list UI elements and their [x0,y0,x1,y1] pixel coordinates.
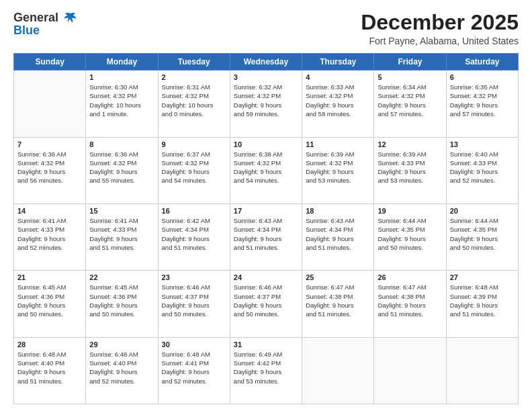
day-info: Sunrise: 6:43 AMSunset: 4:34 PMDaylight:… [306,216,370,252]
calendar-cell [14,71,86,137]
day-info: Sunrise: 6:46 AMSunset: 4:37 PMDaylight:… [234,283,298,318]
calendar-cell: 13Sunrise: 6:40 AMSunset: 4:33 PMDayligh… [446,137,518,203]
day-info: Sunrise: 6:36 AMSunset: 4:32 PMDaylight:… [17,150,82,185]
day-number: 6 [450,73,515,81]
day-number: 29 [89,340,154,349]
calendar-week-row: 21Sunrise: 6:45 AMSunset: 4:36 PMDayligh… [14,271,519,337]
day-info: Sunrise: 6:30 AMSunset: 4:32 PMDaylight:… [89,83,154,118]
calendar-header-monday: Monday [86,54,158,71]
calendar-header-friday: Friday [374,54,446,71]
day-number: 31 [234,340,298,349]
day-number: 17 [234,207,298,215]
day-number: 11 [306,140,370,148]
calendar-cell: 28Sunrise: 6:48 AMSunset: 4:40 PMDayligh… [14,337,86,404]
calendar-cell: 16Sunrise: 6:42 AMSunset: 4:34 PMDayligh… [158,203,230,270]
day-info: Sunrise: 6:35 AMSunset: 4:32 PMDaylight:… [450,83,515,118]
calendar-cell: 25Sunrise: 6:47 AMSunset: 4:38 PMDayligh… [302,271,374,337]
title-block: December 2025 Fort Payne, Alabama, Unite… [361,11,519,46]
day-info: Sunrise: 6:47 AMSunset: 4:38 PMDaylight:… [378,283,442,318]
day-info: Sunrise: 6:43 AMSunset: 4:34 PMDaylight:… [234,216,298,252]
calendar-week-row: 14Sunrise: 6:41 AMSunset: 4:33 PMDayligh… [14,203,519,270]
day-info: Sunrise: 6:37 AMSunset: 4:32 PMDaylight:… [162,150,226,185]
day-info: Sunrise: 6:39 AMSunset: 4:33 PMDaylight:… [378,150,442,185]
day-info: Sunrise: 6:48 AMSunset: 4:40 PMDaylight:… [17,350,82,385]
calendar-cell [302,337,374,404]
day-info: Sunrise: 6:42 AMSunset: 4:34 PMDaylight:… [162,216,226,252]
day-number: 20 [450,207,515,215]
day-info: Sunrise: 6:45 AMSunset: 4:36 PMDaylight:… [17,283,82,318]
calendar-header-thursday: Thursday [302,54,374,71]
calendar-cell: 10Sunrise: 6:38 AMSunset: 4:32 PMDayligh… [230,137,302,203]
calendar-cell: 7Sunrise: 6:36 AMSunset: 4:32 PMDaylight… [14,137,86,203]
calendar-cell [446,337,518,404]
calendar-table: SundayMondayTuesdayWednesdayThursdayFrid… [13,53,519,404]
calendar-cell: 29Sunrise: 6:48 AMSunset: 4:40 PMDayligh… [86,337,158,404]
logo-bird-icon [63,12,78,24]
logo: General Blue [13,11,78,38]
day-number: 8 [89,140,154,148]
calendar-header-tuesday: Tuesday [158,54,230,71]
day-info: Sunrise: 6:41 AMSunset: 4:33 PMDaylight:… [89,216,154,252]
day-number: 28 [17,340,82,349]
day-number: 5 [378,73,442,81]
calendar-cell: 17Sunrise: 6:43 AMSunset: 4:34 PMDayligh… [230,203,302,270]
day-info: Sunrise: 6:41 AMSunset: 4:33 PMDaylight:… [17,216,82,252]
subtitle: Fort Payne, Alabama, United States [361,36,519,46]
calendar-header-saturday: Saturday [446,54,518,71]
day-info: Sunrise: 6:36 AMSunset: 4:32 PMDaylight:… [89,150,154,185]
day-number: 23 [162,273,226,281]
day-info: Sunrise: 6:40 AMSunset: 4:33 PMDaylight:… [450,150,515,185]
calendar-cell: 5Sunrise: 6:34 AMSunset: 4:32 PMDaylight… [374,71,446,137]
day-info: Sunrise: 6:39 AMSunset: 4:32 PMDaylight:… [306,150,370,185]
day-number: 4 [306,73,370,81]
day-number: 19 [378,207,442,215]
calendar-week-row: 7Sunrise: 6:36 AMSunset: 4:32 PMDaylight… [14,137,519,203]
day-info: Sunrise: 6:31 AMSunset: 4:32 PMDaylight:… [162,83,226,118]
calendar-cell: 21Sunrise: 6:45 AMSunset: 4:36 PMDayligh… [14,271,86,337]
calendar-week-row: 28Sunrise: 6:48 AMSunset: 4:40 PMDayligh… [14,337,519,404]
day-number: 13 [450,140,515,148]
day-number: 26 [378,273,442,281]
calendar-cell: 8Sunrise: 6:36 AMSunset: 4:32 PMDaylight… [86,137,158,203]
page: General Blue December 2025 Fort Payne, A… [0,0,532,411]
calendar-cell: 15Sunrise: 6:41 AMSunset: 4:33 PMDayligh… [86,203,158,270]
day-info: Sunrise: 6:45 AMSunset: 4:36 PMDaylight:… [89,283,154,318]
calendar-header-sunday: Sunday [14,54,86,71]
day-number: 1 [89,73,154,81]
day-number: 7 [17,140,82,148]
calendar-cell: 4Sunrise: 6:33 AMSunset: 4:32 PMDaylight… [302,71,374,137]
day-number: 12 [378,140,442,148]
day-info: Sunrise: 6:48 AMSunset: 4:40 PMDaylight:… [89,350,154,385]
day-number: 30 [162,340,226,349]
day-info: Sunrise: 6:48 AMSunset: 4:41 PMDaylight:… [162,350,226,385]
day-number: 16 [162,207,226,215]
calendar-cell: 22Sunrise: 6:45 AMSunset: 4:36 PMDayligh… [86,271,158,337]
day-info: Sunrise: 6:49 AMSunset: 4:42 PMDaylight:… [234,350,298,385]
calendar-cell: 3Sunrise: 6:32 AMSunset: 4:32 PMDaylight… [230,71,302,137]
day-info: Sunrise: 6:34 AMSunset: 4:32 PMDaylight:… [378,83,442,118]
day-number: 9 [162,140,226,148]
day-info: Sunrise: 6:38 AMSunset: 4:32 PMDaylight:… [234,150,298,185]
calendar-cell: 12Sunrise: 6:39 AMSunset: 4:33 PMDayligh… [374,137,446,203]
day-number: 21 [17,273,82,281]
day-number: 10 [234,140,298,148]
calendar-cell: 31Sunrise: 6:49 AMSunset: 4:42 PMDayligh… [230,337,302,404]
day-info: Sunrise: 6:44 AMSunset: 4:35 PMDaylight:… [378,216,442,252]
calendar-cell: 2Sunrise: 6:31 AMSunset: 4:32 PMDaylight… [158,71,230,137]
calendar-cell: 11Sunrise: 6:39 AMSunset: 4:32 PMDayligh… [302,137,374,203]
calendar-cell: 27Sunrise: 6:48 AMSunset: 4:39 PMDayligh… [446,271,518,337]
day-info: Sunrise: 6:33 AMSunset: 4:32 PMDaylight:… [306,83,370,118]
calendar-cell: 6Sunrise: 6:35 AMSunset: 4:32 PMDaylight… [446,71,518,137]
header: General Blue December 2025 Fort Payne, A… [13,11,519,46]
day-number: 27 [450,273,515,281]
logo-blue: Blue [13,24,40,38]
calendar-cell: 23Sunrise: 6:46 AMSunset: 4:37 PMDayligh… [158,271,230,337]
day-info: Sunrise: 6:46 AMSunset: 4:37 PMDaylight:… [162,283,226,318]
day-info: Sunrise: 6:48 AMSunset: 4:39 PMDaylight:… [450,283,515,318]
day-number: 18 [306,207,370,215]
calendar-cell: 24Sunrise: 6:46 AMSunset: 4:37 PMDayligh… [230,271,302,337]
calendar-cell: 9Sunrise: 6:37 AMSunset: 4:32 PMDaylight… [158,137,230,203]
day-number: 15 [89,207,154,215]
calendar-cell: 18Sunrise: 6:43 AMSunset: 4:34 PMDayligh… [302,203,374,270]
logo-general: General [13,11,78,25]
